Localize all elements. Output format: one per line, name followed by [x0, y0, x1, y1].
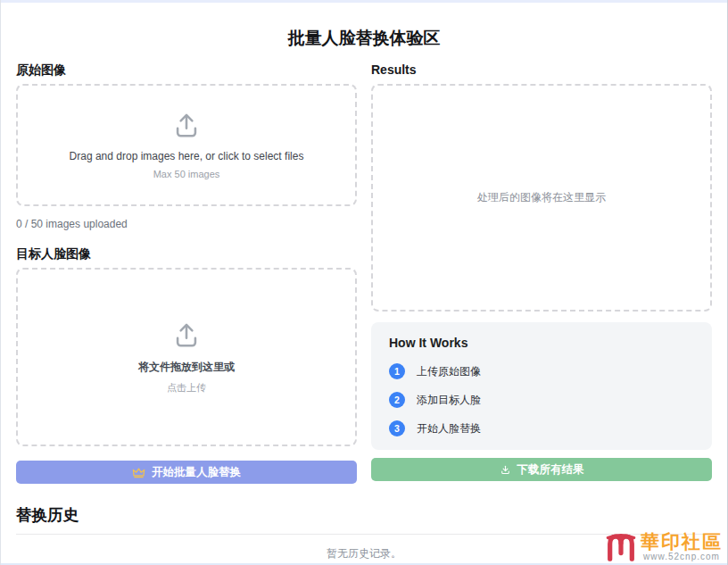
page-title: 批量人脸替换体验区: [1, 28, 727, 49]
watermark-site-url: www.52cnp.com: [641, 553, 723, 561]
results-column: Results 处理后的图像将在这里显示 How It Works 1 上传原始…: [371, 63, 712, 484]
step-2-label: 添加目标人脸: [417, 393, 481, 408]
download-all-button[interactable]: 下载所有结果: [371, 458, 712, 481]
step-1-badge: 1: [389, 363, 405, 379]
step-1-label: 上传原始图像: [417, 364, 481, 379]
step-2-badge: 2: [389, 392, 405, 408]
results-area: 处理后的图像将在这里显示: [371, 84, 712, 312]
upload-counter: 0 / 50 images uploaded: [16, 218, 357, 230]
upload-icon: [171, 320, 202, 351]
watermark-site-name: 華印社區: [641, 532, 723, 551]
site-logo-icon: [604, 530, 638, 562]
main-content: 原始图像 Drag and drop images here, or click…: [1, 63, 727, 484]
target-heading: 目标人脸图像: [16, 247, 357, 260]
how-it-works-heading: How It Works: [389, 336, 694, 350]
target-dropzone-text: 将文件拖放到这里或: [138, 360, 235, 375]
how-step-2: 2 添加目标人脸: [389, 392, 694, 408]
how-step-1: 1 上传原始图像: [389, 363, 694, 379]
download-all-label: 下载所有结果: [517, 462, 584, 478]
start-swap-button[interactable]: 开始批量人脸替换: [16, 461, 357, 484]
watermark-text: 華印社區 www.52cnp.com: [641, 532, 723, 561]
upload-icon: [171, 111, 202, 141]
source-dropzone-text: Drag and drop images here, or click to s…: [70, 150, 304, 162]
download-icon: [500, 464, 511, 476]
start-swap-label: 开始批量人脸替换: [152, 465, 241, 480]
how-step-3: 3 开始人脸替换: [389, 420, 694, 436]
how-it-works-panel: How It Works 1 上传原始图像 2 添加目标人脸 3 开始人脸替换: [371, 322, 712, 450]
site-watermark: 華印社區 www.52cnp.com: [604, 530, 723, 562]
crown-icon: [132, 467, 145, 478]
step-3-label: 开始人脸替换: [417, 421, 481, 436]
results-heading: Results: [371, 63, 712, 76]
target-dropzone-hint: 点击上传: [167, 381, 206, 395]
top-accent-strip: [1, 0, 727, 3]
step-3-badge: 3: [389, 420, 405, 436]
target-dropzone[interactable]: 将文件拖放到这里或 点击上传: [16, 268, 357, 446]
source-column: 原始图像 Drag and drop images here, or click…: [16, 63, 357, 484]
source-dropzone[interactable]: Drag and drop images here, or click to s…: [16, 84, 357, 206]
results-placeholder: 处理后的图像将在这里显示: [477, 190, 606, 205]
source-heading: 原始图像: [16, 63, 357, 76]
source-dropzone-hint: Max 50 images: [153, 169, 220, 179]
